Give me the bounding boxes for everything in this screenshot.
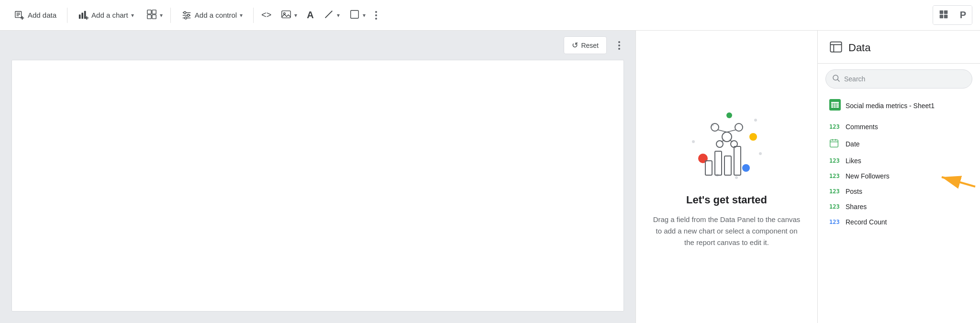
svg-rect-27	[939, 15, 943, 19]
search-icon	[832, 74, 840, 84]
field-item-new-followers[interactable]: 123 New Followers	[818, 168, 980, 184]
field-type-icon-new-followers: 123	[829, 173, 841, 179]
field-item-date[interactable]: Date	[818, 134, 980, 153]
data-source-row[interactable]: Social media metrics - Sheet1	[818, 94, 980, 117]
svg-rect-21	[282, 11, 290, 18]
svg-rect-25	[939, 11, 943, 14]
svg-point-31	[749, 133, 757, 141]
shape-dropdown-icon: ▾	[363, 12, 366, 19]
svg-rect-13	[147, 15, 151, 19]
field-label-posts: Posts	[846, 188, 862, 195]
canvas-more-icon	[618, 41, 620, 50]
empty-state-panel: Let's get started Drag a field from the …	[635, 31, 817, 323]
search-box[interactable]	[825, 69, 972, 89]
add-data-icon	[14, 10, 25, 21]
undo-icon: ↺	[572, 41, 578, 50]
svg-rect-40	[705, 161, 712, 175]
add-chart-label: Add a chart	[91, 11, 128, 19]
field-type-icon-likes: 123	[829, 157, 841, 164]
svg-point-19	[187, 14, 189, 16]
field-item-record-count[interactable]: 123 Record Count	[818, 214, 980, 230]
line-icon	[323, 9, 334, 21]
add-control-icon	[181, 10, 192, 21]
field-item-likes[interactable]: 123 Likes	[818, 153, 980, 168]
svg-point-33	[742, 164, 750, 172]
svg-rect-43	[734, 146, 741, 175]
canvas-toolbar: ↺ Reset	[0, 31, 635, 60]
image-button[interactable]: ▾	[277, 5, 301, 25]
svg-point-44	[722, 132, 732, 142]
field-label-record-count: Record Count	[846, 218, 887, 226]
code-icon: <>	[261, 10, 271, 20]
shape-button[interactable]: ▾	[345, 5, 369, 25]
code-button[interactable]: <>	[257, 6, 275, 24]
canvas-paper[interactable]	[11, 60, 624, 312]
svg-rect-14	[152, 15, 156, 19]
svg-rect-12	[152, 10, 156, 14]
svg-line-49	[717, 130, 727, 132]
line-button[interactable]: ▾	[320, 5, 344, 25]
divider-2	[170, 8, 171, 23]
text-icon: A	[307, 10, 313, 21]
field-label-comments: Comments	[846, 123, 878, 131]
svg-point-56	[833, 75, 838, 80]
image-icon	[281, 9, 291, 21]
svg-point-18	[184, 11, 186, 14]
svg-line-23	[325, 11, 332, 18]
component-grid-dropdown-icon: ▾	[160, 12, 163, 19]
view-toggle: P	[933, 5, 972, 25]
field-item-comments[interactable]: 123 Comments	[818, 119, 980, 134]
divider-3	[253, 8, 254, 23]
reset-button[interactable]: ↺ Reset	[564, 36, 607, 54]
data-panel-title: Data	[848, 42, 870, 54]
svg-line-57	[837, 79, 839, 81]
field-item-posts[interactable]: 123 Posts	[818, 184, 980, 199]
svg-rect-28	[944, 15, 947, 19]
more-options-icon	[375, 11, 377, 20]
empty-state-illustration	[679, 106, 775, 182]
svg-point-32	[698, 154, 708, 163]
svg-point-36	[692, 140, 695, 143]
field-list: 123 Comments Date 123 Likes	[818, 117, 980, 232]
more-options-button[interactable]	[371, 7, 381, 23]
svg-rect-26	[944, 11, 947, 14]
svg-line-50	[727, 130, 736, 132]
svg-point-35	[754, 119, 757, 122]
canvas-area: ↺ Reset	[0, 31, 635, 323]
svg-point-39	[735, 176, 738, 179]
component-grid-icon	[146, 9, 157, 21]
add-chart-icon	[78, 10, 89, 21]
view-toggle-grid-button[interactable]	[933, 6, 954, 24]
svg-rect-41	[715, 151, 722, 175]
canvas-more-button[interactable]	[611, 37, 628, 54]
add-control-button[interactable]: Add a control ▾	[175, 6, 249, 24]
data-source-name: Social media metrics - Sheet1	[846, 102, 935, 110]
empty-state-description: Drag a field from the Data Panel to the …	[651, 214, 802, 248]
data-panel-header: Data	[818, 31, 980, 64]
field-type-icon-date	[829, 138, 841, 149]
line-dropdown-icon: ▾	[337, 12, 340, 19]
field-label-new-followers: New Followers	[846, 172, 890, 180]
field-item-shares[interactable]: 123 Shares	[818, 199, 980, 214]
canvas-paper-inner	[17, 65, 619, 306]
add-chart-button[interactable]: Add a chart ▾	[71, 6, 141, 24]
add-data-button[interactable]: Add data	[8, 6, 63, 24]
field-label-likes: Likes	[846, 157, 861, 165]
main-toolbar: Add data Add a chart ▾ ▾	[0, 0, 980, 31]
shape-icon	[349, 9, 360, 21]
add-data-label: Add data	[28, 11, 56, 19]
view-toggle-page-button[interactable]: P	[954, 6, 972, 24]
svg-rect-7	[81, 12, 83, 19]
search-input[interactable]	[844, 75, 966, 83]
field-type-icon-comments: 123	[829, 123, 841, 130]
svg-rect-53	[830, 42, 841, 52]
add-control-dropdown-icon: ▾	[240, 12, 243, 19]
add-chart-dropdown-icon: ▾	[131, 12, 134, 19]
svg-point-47	[716, 141, 723, 147]
svg-rect-24	[350, 11, 358, 19]
image-dropdown-icon: ▾	[294, 12, 297, 19]
text-button[interactable]: A	[303, 6, 317, 24]
component-grid-button[interactable]: ▾	[143, 5, 167, 25]
svg-point-20	[185, 17, 187, 19]
field-label-shares: Shares	[846, 203, 867, 211]
